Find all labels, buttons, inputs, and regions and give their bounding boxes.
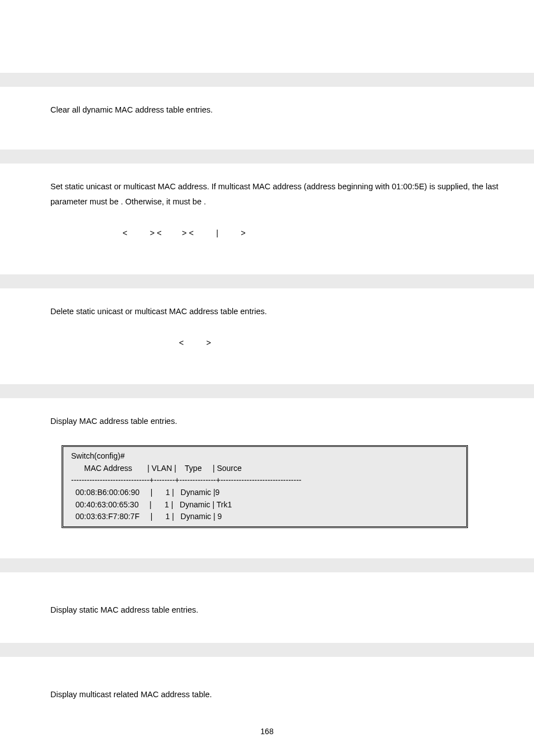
page-number: 168 xyxy=(0,724,534,739)
table-row: 00:40:63:00:65:30 | 1 | Dynamic | Trk1 xyxy=(71,500,232,509)
table-separator: ------------------------------+--------+… xyxy=(71,475,301,484)
section-3-para: Delete static unicast or multicast MAC a… xyxy=(0,304,534,320)
section-heading-bar xyxy=(0,384,534,398)
section-5-para: Display static MAC address table entries… xyxy=(0,603,534,618)
text-fragment: Set static unicast or multicast MAC addr… xyxy=(50,182,498,207)
section-heading-bar xyxy=(0,73,534,87)
section-heading-bar xyxy=(0,643,534,657)
section-heading-bar xyxy=(0,150,534,164)
text-fragment: . xyxy=(204,197,206,206)
terminal-prompt: Switch(config)# xyxy=(71,451,125,460)
table-row: 00:08:B6:00:06:90 | 1 | Dynamic |9 xyxy=(71,488,219,497)
section-2-syntax: < > < > < | > xyxy=(0,226,534,241)
section-heading-bar xyxy=(0,274,534,288)
section-3-syntax: < > xyxy=(0,335,534,351)
section-2-para: Set static unicast or multicast MAC addr… xyxy=(0,179,534,210)
terminal-output-box: Switch(config)# MAC Address | VLAN | Typ… xyxy=(62,445,468,528)
section-1-para: Clear all dynamic MAC address table entr… xyxy=(0,102,534,118)
section-6-para: Display multicast related MAC address ta… xyxy=(0,687,534,703)
section-4-para: Display MAC address table entries. xyxy=(0,414,534,430)
table-row: 00:03:63:F7:80:7F | 1 | Dynamic | 9 xyxy=(71,512,222,521)
section-heading-bar xyxy=(0,558,534,572)
table-header: MAC Address | VLAN | Type | Source xyxy=(71,464,242,473)
text-fragment: . Otherwise, it must be xyxy=(121,197,204,206)
